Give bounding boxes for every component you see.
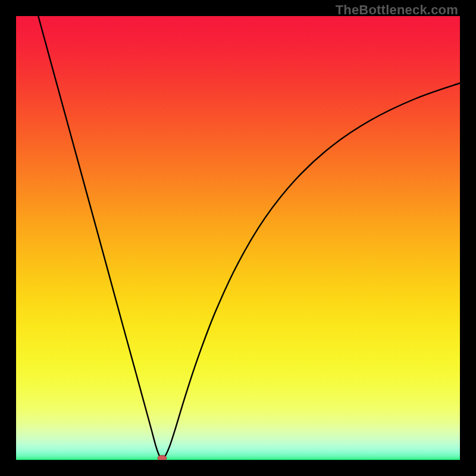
watermark-text: TheBottleneck.com: [336, 2, 458, 18]
optimal-point-marker: [158, 455, 167, 460]
chart-frame: [16, 16, 460, 460]
gradient-background: [16, 16, 460, 460]
bottleneck-chart: [16, 16, 460, 460]
